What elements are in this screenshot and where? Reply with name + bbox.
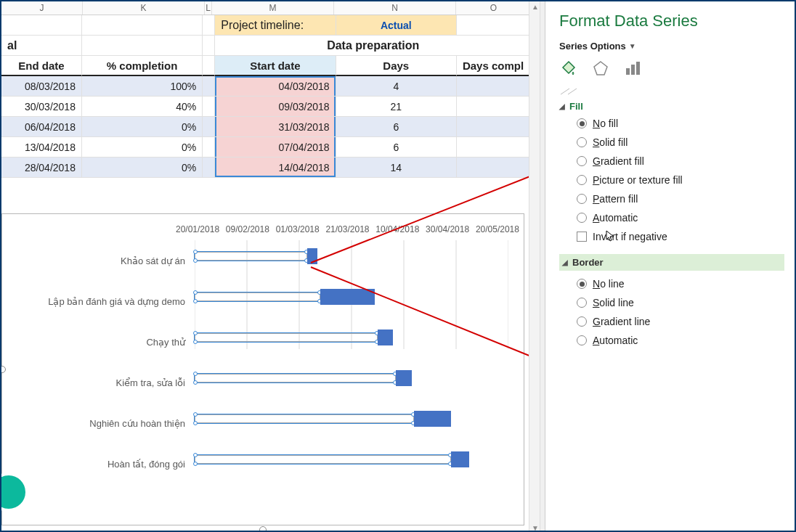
cell[interactable]: [457, 15, 532, 36]
cell[interactable]: [203, 117, 215, 137]
series-days-bar[interactable]: [307, 248, 317, 264]
radio-solid-line[interactable]: Solid line: [577, 297, 784, 308]
cell-start-date[interactable]: 07/04/2018: [215, 137, 336, 157]
header-pct-completion[interactable]: % completion: [82, 56, 203, 76]
header-days-compl[interactable]: Days compl: [457, 56, 532, 76]
col-letter-O[interactable]: O: [456, 1, 532, 15]
cell-start-date[interactable]: 09/03/2018: [215, 97, 336, 117]
series-start-bar[interactable]: [195, 414, 414, 423]
cell-days[interactable]: 21: [336, 97, 457, 117]
divider-icon: [559, 86, 581, 95]
cell-timeline-value[interactable]: Actual: [336, 15, 457, 36]
checkbox-invert-if-negative[interactable]: Invert if negative: [577, 231, 784, 242]
series-options-icon[interactable]: [623, 59, 642, 78]
cell[interactable]: [457, 137, 532, 157]
radio-gradient-line[interactable]: Gradient line: [577, 316, 784, 327]
axis-tick: 30/04/2018: [426, 224, 469, 237]
cell[interactable]: [203, 157, 215, 178]
border-section-header[interactable]: ◢ Border: [559, 254, 784, 271]
cell[interactable]: [203, 36, 215, 56]
series-start-bar[interactable]: [195, 292, 320, 301]
col-letter-J[interactable]: J: [1, 1, 83, 15]
task-row: Lập bản đánh giá và dựng demo: [2, 281, 524, 322]
pane-title: Format Data Series: [559, 12, 784, 30]
cell-end-date[interactable]: 28/04/2018: [1, 157, 82, 178]
series-days-bar[interactable]: [396, 370, 412, 386]
radio-gradient-fill[interactable]: Gradient fill: [577, 155, 784, 167]
radio-automatic-line[interactable]: Automatic: [577, 335, 784, 346]
series-days-bar[interactable]: [320, 289, 375, 305]
radio-no-line[interactable]: No line: [577, 278, 784, 290]
vertical-scrollbar[interactable]: ▲▼: [529, 1, 540, 532]
col-letter-N[interactable]: N: [334, 1, 456, 15]
series-start-bar[interactable]: [195, 374, 396, 382]
cell[interactable]: [1, 15, 82, 36]
cell-days[interactable]: 4: [336, 76, 457, 97]
cell-pct[interactable]: 0%: [82, 137, 203, 157]
header-days[interactable]: Days: [336, 56, 457, 76]
cell[interactable]: [203, 97, 215, 117]
series-days-bar[interactable]: [378, 330, 394, 345]
cell[interactable]: [203, 15, 215, 36]
cell-end-date[interactable]: 30/03/2018: [1, 97, 82, 117]
series-start-bar[interactable]: [195, 333, 378, 342]
cell-timeline-label[interactable]: Project timeline:: [215, 15, 336, 36]
chevron-down-icon: ▼: [629, 42, 636, 50]
cell-end-date[interactable]: 08/03/2018: [1, 76, 82, 97]
cell[interactable]: [457, 76, 532, 97]
task-label: Lập bản đánh giá và dựng demo: [2, 281, 191, 322]
series-options-label: Series Options: [559, 41, 626, 52]
cell-end-date[interactable]: 06/04/2018: [1, 117, 82, 137]
chart-resize-handle[interactable]: [259, 526, 267, 532]
series-days-bar[interactable]: [414, 411, 450, 427]
cell-pct[interactable]: 40%: [82, 97, 203, 117]
cell[interactable]: [457, 157, 532, 178]
cell[interactable]: [457, 97, 532, 117]
cell[interactable]: [203, 56, 215, 76]
cell-days[interactable]: 14: [336, 157, 457, 178]
effects-icon[interactable]: [591, 59, 610, 78]
series-start-bar[interactable]: [195, 252, 307, 261]
collapse-triangle-icon: ◢: [559, 102, 565, 110]
fill-line-icon[interactable]: [559, 59, 578, 78]
col-letter-M[interactable]: M: [212, 1, 334, 15]
cell[interactable]: [457, 117, 532, 137]
cell[interactable]: [82, 36, 203, 56]
format-data-series-pane: ▲▼ Format Data Series Series Options ▼ ◢…: [544, 1, 795, 532]
radio-picture-fill[interactable]: Picture or texture fill: [577, 174, 784, 186]
radio-automatic-fill[interactable]: Automatic: [577, 212, 784, 224]
column-letter-row: J K L M N O: [1, 1, 532, 15]
series-days-bar[interactable]: [451, 451, 469, 467]
border-label: Border: [572, 257, 604, 268]
cell-pct[interactable]: 0%: [82, 117, 203, 137]
cell[interactable]: [203, 137, 215, 157]
radio-no-fill[interactable]: No fill: [577, 118, 784, 129]
radio-solid-fill[interactable]: Solid fill: [577, 136, 784, 148]
cell-pct[interactable]: 0%: [82, 157, 203, 178]
header-start-date[interactable]: Start date: [215, 56, 336, 76]
cell-days[interactable]: 6: [336, 117, 457, 137]
fill-section-header[interactable]: ◢ Fill: [559, 101, 784, 112]
cell-section2[interactable]: Data preparation: [215, 36, 532, 56]
border-options: No line Solid line Gradient line Automat…: [577, 278, 784, 346]
col-letter-L[interactable]: L: [205, 1, 212, 15]
svg-rect-13: [636, 62, 640, 75]
series-options-dropdown[interactable]: Series Options ▼: [559, 41, 784, 52]
cell-start-date[interactable]: 31/03/2018: [215, 117, 336, 137]
series-start-bar[interactable]: [195, 455, 451, 464]
col-letter-K[interactable]: K: [83, 1, 205, 15]
gantt-chart[interactable]: 20/01/2018 09/02/2018 01/03/2018 21/03/2…: [1, 213, 524, 525]
cell[interactable]: [82, 15, 203, 36]
task-label: Kiểm tra, sửa lỗi: [2, 362, 191, 403]
cell[interactable]: [203, 76, 215, 97]
task-row: Nghiên cứu hoàn thiện: [2, 403, 524, 443]
cell-section1[interactable]: al: [1, 36, 82, 56]
cell-pct[interactable]: 100%: [82, 76, 203, 97]
radio-pattern-fill[interactable]: Pattern fill: [577, 193, 784, 205]
header-end-date[interactable]: End date: [1, 56, 82, 76]
cell-start-date[interactable]: 14/04/2018: [215, 157, 336, 178]
task-label: Nghiên cứu hoàn thiện: [2, 403, 191, 443]
cell-start-date[interactable]: 04/03/2018: [215, 76, 336, 97]
cell-end-date[interactable]: 13/04/2018: [1, 137, 82, 157]
cell-days[interactable]: 6: [336, 137, 457, 157]
